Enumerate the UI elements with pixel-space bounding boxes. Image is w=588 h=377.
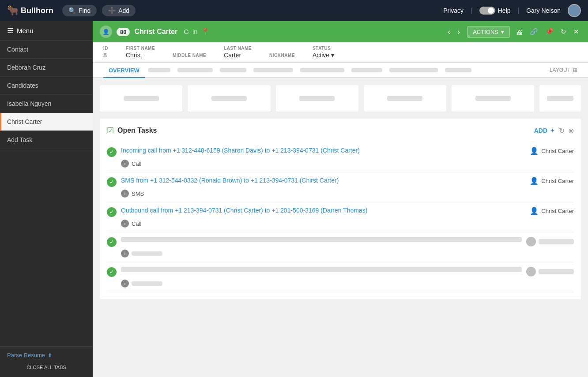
find-button[interactable]: 🔍 Find	[62, 5, 97, 16]
info-icon-5: i	[121, 280, 129, 287]
task-item: ✓ i	[107, 232, 574, 262]
record-name: Christ Carter	[134, 28, 177, 36]
prev-record-button[interactable]: ‹	[445, 26, 453, 38]
close-tasks-button[interactable]: ⊗	[568, 127, 574, 135]
task-loading-bar-5	[121, 267, 522, 272]
tab-placeholder-5[interactable]	[300, 68, 344, 72]
plus-icon: ＋	[549, 127, 555, 134]
app-logo: 🐂 Bullhorn	[7, 5, 53, 16]
record-badge: 80	[117, 28, 130, 36]
parse-resume-link[interactable]: Parse Resume ⬆	[7, 352, 86, 358]
toggle-control[interactable]	[479, 7, 495, 15]
pin-button[interactable]: 📌	[543, 27, 555, 37]
sidebar-item-add-task[interactable]: Add Task	[0, 131, 93, 149]
sidebar-item-deborah-cruz[interactable]: Deborah Cruz	[0, 59, 93, 77]
link-button[interactable]: 🔗	[528, 27, 540, 37]
main-layout: ☰ Menu Contact Deborah Cruz Candidates I…	[0, 21, 588, 377]
tab-placeholder-2[interactable]	[177, 68, 213, 72]
upload-icon: ⬆	[48, 352, 52, 358]
info-icon-2: i	[121, 190, 129, 198]
tasks-section: ☑ Open Tasks ADD ＋ ↻ ⊗ ✓ In	[93, 119, 588, 377]
task-type-2: SMS	[132, 190, 144, 197]
user-name[interactable]: Gary Nelson	[526, 7, 561, 14]
person-icon: 👤	[530, 207, 539, 215]
privacy-link[interactable]: Privacy	[443, 7, 464, 14]
task-item: ✓ SMS from +1 312-544-0332 (Ronald Brown…	[107, 172, 574, 202]
task-link-2[interactable]: SMS from +1 312-544-0332 (Ronald Brown) …	[121, 177, 525, 184]
refresh-tasks-button[interactable]: ↻	[559, 127, 565, 135]
cards-row	[93, 78, 588, 119]
sidebar-footer: Parse Resume ⬆ CLOSE ALL TABS	[0, 346, 93, 377]
close-all-tabs-button[interactable]: CLOSE ALL TABS	[7, 363, 86, 372]
avatar[interactable]	[568, 4, 581, 17]
add-task-button[interactable]: ADD ＋	[534, 127, 555, 134]
task-assignee-3: 👤 Christ Carter	[530, 207, 574, 215]
record-header: 👤 80 Christ Carter G in 📍 ‹ › ACTIONS ▾ …	[93, 21, 588, 42]
tab-placeholder-6[interactable]	[351, 68, 382, 72]
close-record-button[interactable]: ✕	[572, 27, 581, 37]
person-icon: 👤	[530, 147, 539, 155]
plus-icon: ➕	[108, 7, 116, 14]
task-loading-bar-4	[121, 237, 522, 242]
grid-icon: ⊞	[573, 67, 577, 73]
record-type-icon: 👤	[100, 26, 112, 38]
sidebar-item-contact[interactable]: Contact	[0, 41, 93, 59]
checkbox-icon: ☑	[107, 126, 114, 135]
status-dropdown[interactable]: Active ▾	[313, 52, 334, 59]
tasks-title: Open Tasks	[117, 127, 157, 134]
linkedin-icon[interactable]: in	[192, 28, 198, 36]
sidebar-menu-header: ☰ Menu	[0, 21, 93, 41]
hamburger-icon: ☰	[7, 26, 13, 35]
next-record-button[interactable]: ›	[455, 26, 463, 38]
tab-overview[interactable]: OVERVIEW	[103, 63, 145, 78]
task-type-1: Call	[132, 161, 141, 167]
search-icon: 🔍	[68, 7, 76, 14]
tab-placeholder-8[interactable]	[445, 68, 471, 72]
top-navigation: 🐂 Bullhorn 🔍 Find ➕ Add Privacy | Help |…	[0, 0, 588, 21]
add-button[interactable]: ➕ Add	[102, 5, 136, 16]
tab-placeholder-7[interactable]	[389, 68, 438, 72]
tab-placeholder-3[interactable]	[220, 68, 246, 72]
summary-card-4	[364, 85, 446, 112]
field-nickname: NICKNAME	[269, 53, 295, 59]
refresh-button[interactable]: ↻	[559, 27, 568, 37]
bull-icon: 🐂	[7, 5, 19, 16]
chevron-down-icon: ▾	[331, 52, 334, 59]
loading-avatar-5	[526, 267, 536, 276]
location-icon[interactable]: 📍	[201, 28, 210, 36]
tasks-actions: ADD ＋ ↻ ⊗	[534, 127, 574, 135]
task-assignee-2: 👤 Christ Carter	[530, 177, 574, 185]
tab-placeholder-1[interactable]	[148, 68, 170, 72]
google-icon[interactable]: G	[184, 28, 189, 36]
fields-row: ID 8 FIRST NAME Christ MIDDLE NAME LAST …	[93, 42, 588, 63]
info-icon-3: i	[121, 220, 129, 228]
task-check-4[interactable]: ✓	[107, 237, 117, 247]
loading-avatar-4	[526, 237, 536, 246]
record-navigation: ‹ ›	[445, 26, 463, 38]
summary-card-5	[452, 85, 534, 112]
task-item: ✓ Outbound call from +1 213-394-0731 (Ch…	[107, 202, 574, 232]
actions-button[interactable]: ACTIONS ▾	[467, 26, 510, 38]
task-check-3[interactable]: ✓	[107, 207, 117, 217]
tasks-header: ☑ Open Tasks ADD ＋ ↻ ⊗	[107, 126, 574, 135]
record-social-links: G in 📍	[184, 28, 209, 36]
summary-card-2	[188, 85, 270, 112]
task-link-3[interactable]: Outbound call from +1 213-394-0731 (Chri…	[121, 207, 525, 214]
tab-placeholder-4[interactable]	[253, 68, 293, 72]
tabs-row: OVERVIEW LAYOUT ⊞	[93, 63, 588, 78]
task-check-2[interactable]: ✓	[107, 177, 117, 187]
header-icons: 🖨 🔗 📌 ↻ ✕	[514, 27, 581, 37]
task-item: ✓ Incoming call from +1 312-448-6159 (Sh…	[107, 142, 574, 172]
sidebar-item-candidates[interactable]: Candidates	[0, 77, 93, 95]
task-check-1[interactable]: ✓	[107, 147, 117, 157]
task-check-5[interactable]: ✓	[107, 267, 117, 277]
field-last-name: LAST NAME Carter	[224, 46, 252, 59]
nav-right: Privacy | Help | Gary Nelson	[443, 4, 581, 17]
sidebar-item-christ-carter[interactable]: Christ Carter	[0, 113, 93, 131]
print-button[interactable]: 🖨	[514, 27, 524, 37]
layout-button[interactable]: LAYOUT ⊞	[550, 67, 577, 73]
task-item: ✓ i	[107, 262, 574, 292]
task-link-1[interactable]: Incoming call from +1 312-448-6159 (Shar…	[121, 147, 525, 154]
sidebar-item-isabella-nguyen[interactable]: Isabella Nguyen	[0, 95, 93, 113]
help-toggle[interactable]: Help	[479, 7, 511, 15]
